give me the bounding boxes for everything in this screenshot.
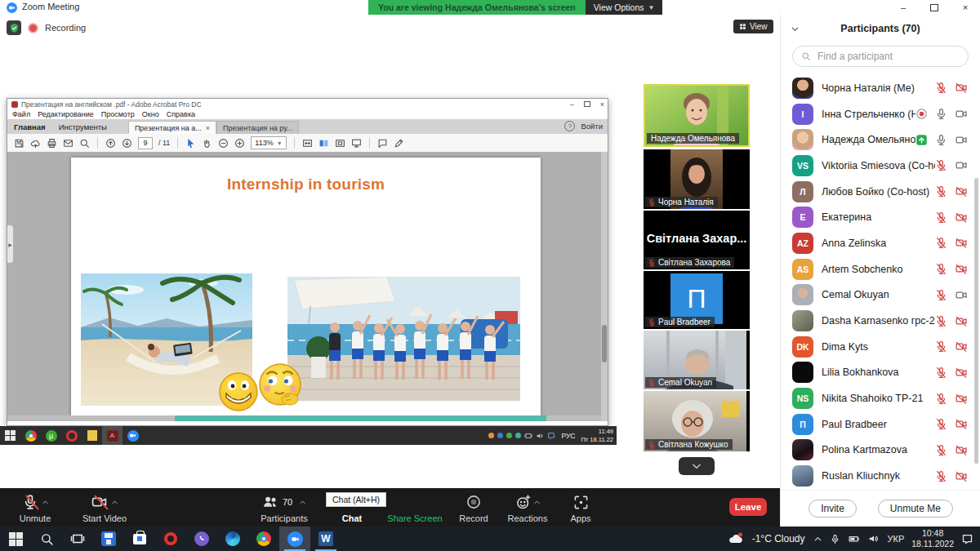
pdf-horizontal-scrollbar[interactable] <box>7 415 601 421</box>
hidden-icons-chevron[interactable] <box>813 535 822 544</box>
participant-row[interactable]: Cemal Okuyan <box>781 282 980 309</box>
record-button[interactable]: Record <box>451 488 497 527</box>
unmute-me-button[interactable]: Unmute Me <box>878 500 953 518</box>
participant-row[interactable]: DK Dima Kyts <box>781 334 980 360</box>
acrobat-minimize[interactable]: – <box>570 100 574 109</box>
page-number-input[interactable]: 9 <box>138 137 153 149</box>
participant-search[interactable] <box>792 46 969 67</box>
help-icon[interactable]: ? <box>564 121 575 131</box>
tray-icon[interactable] <box>506 433 512 438</box>
view-options-button[interactable]: View Options ▼ <box>586 0 663 15</box>
shared-start-button[interactable] <box>0 426 20 445</box>
menu-file[interactable]: Файл <box>12 110 30 118</box>
more-videos-button[interactable] <box>679 457 715 475</box>
participant-row[interactable]: Надежда Омельянова <box>781 127 980 153</box>
edge-icon[interactable] <box>217 527 248 551</box>
video-tile[interactable]: П Paul Bradbeer <box>644 271 750 329</box>
start-video-button[interactable]: Start Video <box>67 488 142 527</box>
cloud-upload-icon[interactable] <box>30 138 41 149</box>
zoom-out-icon[interactable] <box>218 138 229 149</box>
page-up-icon[interactable] <box>105 138 116 149</box>
participant-row[interactable]: AZ Anna Zelinska <box>781 230 980 256</box>
two-page-view-icon[interactable] <box>318 138 329 149</box>
menu-help[interactable]: Справка <box>167 110 195 118</box>
highlight-icon[interactable] <box>394 138 404 149</box>
viber-icon[interactable] <box>186 527 217 551</box>
leave-button[interactable]: Leave <box>729 498 767 516</box>
presentation-icon[interactable] <box>351 138 362 149</box>
nav-pane-handle[interactable]: ▶ <box>7 225 13 263</box>
acrobat-maximize[interactable] <box>584 101 590 107</box>
hand-tool-icon[interactable] <box>202 138 212 149</box>
shared-acrobat-icon[interactable]: A <box>102 426 122 445</box>
reactions-button[interactable]: Reactions <box>497 488 559 527</box>
video-tile[interactable]: Чорна Наталія <box>644 149 750 209</box>
tray-icon[interactable] <box>488 433 494 438</box>
chrome-icon[interactable] <box>248 527 279 551</box>
unmute-button[interactable]: Unmute <box>7 488 64 527</box>
participant-row[interactable]: І Інна Стрельченко (Host) <box>781 101 980 127</box>
tray-icon[interactable] <box>515 433 521 438</box>
fit-page-icon[interactable] <box>335 138 345 149</box>
video-tile-active-speaker[interactable]: Надежда Омельянова <box>644 84 750 147</box>
participant-row[interactable]: Dasha Karnasenko грс-21 <box>781 308 980 334</box>
select-tool-icon[interactable] <box>185 138 196 149</box>
apps-button[interactable]: Apps <box>562 488 599 527</box>
sign-in-button[interactable]: Войти <box>581 122 603 131</box>
save-icon[interactable] <box>14 138 24 149</box>
security-shield-icon[interactable] <box>7 20 21 35</box>
language-indicator[interactable]: УКР <box>887 534 904 544</box>
comment-icon[interactable] <box>377 138 388 149</box>
tray-bluetooth-icon[interactable] <box>547 432 555 440</box>
word-taskbar-icon[interactable]: W <box>310 527 341 551</box>
video-tile[interactable]: Світлана Кожушко <box>644 391 750 451</box>
menu-edit[interactable]: Редактирование <box>38 110 94 118</box>
tab-tools[interactable]: Инструменты <box>52 121 114 134</box>
tray-keyboard-icon[interactable] <box>524 432 532 440</box>
scroll-thumb[interactable] <box>175 415 546 421</box>
maximize-button[interactable] <box>920 0 949 15</box>
tray-icon[interactable] <box>497 433 503 438</box>
page-down-icon[interactable] <box>122 138 132 149</box>
pdf-vertical-scrollbar[interactable] <box>601 152 608 421</box>
shared-opera-icon[interactable] <box>61 426 82 445</box>
shared-utorrent-icon[interactable]: µ <box>41 426 61 445</box>
taskbar-clock[interactable]: 10:48 18.11.2022 <box>911 528 954 549</box>
shared-chrome-icon[interactable] <box>20 426 41 445</box>
collapse-panel-icon[interactable] <box>791 24 800 33</box>
fit-width-icon[interactable] <box>302 138 313 149</box>
battery-icon[interactable] <box>848 533 861 544</box>
video-tile[interactable]: Світлана Захар... Світлана Захарова <box>644 211 750 269</box>
menu-window[interactable]: Окно <box>142 110 159 118</box>
taskbar-app-floppy-icon[interactable] <box>93 527 124 551</box>
find-icon[interactable] <box>79 138 90 149</box>
panel-scrollbar[interactable] <box>974 178 978 464</box>
shared-language[interactable]: РУС <box>561 432 575 440</box>
participant-row[interactable]: Ruslan Kliuchnyk <box>781 463 980 489</box>
shared-notes-icon[interactable] <box>82 426 102 445</box>
view-layout-button[interactable]: View <box>733 20 773 33</box>
tray-mic-icon[interactable] <box>830 534 840 544</box>
zoom-level-select[interactable]: 113%▼ <box>251 136 286 149</box>
participant-row[interactable]: Л Любов Бойко (Co-host) <box>781 179 980 205</box>
participant-row[interactable]: NS Nikita Shahoiko ТР-21 <box>781 385 980 411</box>
share-screen-button[interactable]: Share Screen <box>381 488 449 527</box>
opera-icon[interactable] <box>155 527 186 551</box>
volume-icon[interactable] <box>868 533 880 544</box>
participant-row[interactable]: Lilia Bokhankova <box>781 360 980 386</box>
participant-row[interactable]: П Paul Bradbeer <box>781 411 980 438</box>
weather-label[interactable]: -1°C Cloudy <box>752 533 805 544</box>
close-tab-icon[interactable]: × <box>206 124 210 132</box>
participant-row[interactable]: Чорна Наталія (Me) <box>781 75 980 101</box>
action-center-icon[interactable] <box>961 533 973 545</box>
doc-tab-active[interactable]: Презентация на а... × <box>128 121 216 134</box>
minimize-button[interactable]: – <box>889 0 918 15</box>
chevron-up-icon[interactable] <box>42 499 49 506</box>
start-button[interactable] <box>0 527 31 551</box>
print-icon[interactable] <box>47 138 57 149</box>
video-tile[interactable]: Cemal Okuyan <box>644 331 750 389</box>
acrobat-close[interactable]: × <box>600 100 604 109</box>
doc-tab-inactive[interactable]: Презентация на ру... <box>216 121 299 134</box>
zoom-taskbar-icon[interactable] <box>279 527 310 551</box>
chevron-up-icon[interactable] <box>111 499 118 506</box>
